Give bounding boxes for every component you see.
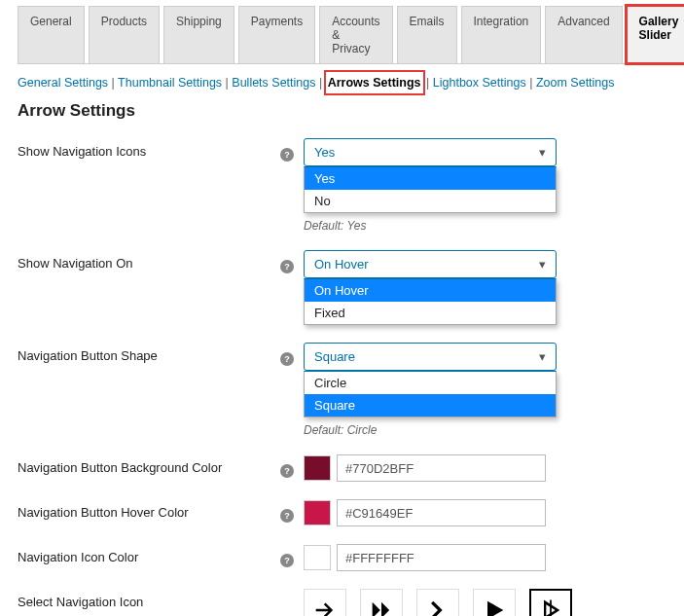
- chevron-right-icon: [424, 597, 451, 616]
- chevron-down-icon: ▾: [539, 145, 546, 160]
- outline-triangle-right-icon: [537, 597, 564, 616]
- tab-gallery-slider[interactable]: Gallery Slider: [627, 6, 684, 63]
- default-note: Default: Yes: [304, 219, 666, 233]
- tab-integration[interactable]: Integration: [461, 6, 542, 63]
- row-navigation-button-shape: Navigation Button Shape ? Square ▾ Circl…: [18, 343, 666, 437]
- icon-option-arrow-simple[interactable]: [304, 589, 346, 616]
- tab-shipping[interactable]: Shipping: [163, 6, 234, 63]
- chevron-down-icon: ▾: [539, 257, 546, 272]
- row-navigation-button-hover-color: Navigation Button Hover Color ?: [18, 499, 666, 526]
- row-select-navigation-icon: Select Navigation Icon: [18, 589, 666, 616]
- dropdown-show-navigation-on: On Hover Fixed: [304, 278, 557, 325]
- help-icon[interactable]: ?: [280, 148, 294, 162]
- row-show-navigation-icons: Show Navigation Icons ? Yes ▾ Yes No Def…: [18, 138, 666, 233]
- help-icon[interactable]: ?: [280, 554, 294, 567]
- sublink-thumbnail-settings[interactable]: Thumbnail Settings: [118, 76, 222, 90]
- tab-accounts-privacy[interactable]: Accounts & Privacy: [319, 6, 392, 63]
- icon-option-arrow-double[interactable]: [360, 589, 403, 616]
- sublink-separator: |: [529, 76, 536, 90]
- input-navigation-icon-color[interactable]: [337, 544, 546, 571]
- section-title: Arrow Settings: [18, 101, 666, 121]
- tab-payments[interactable]: Payments: [238, 6, 315, 63]
- select-show-navigation-icons[interactable]: Yes ▾: [304, 138, 557, 166]
- select-navigation-button-shape[interactable]: Square ▾: [304, 343, 557, 371]
- default-note: Default: Circle: [304, 423, 666, 437]
- sublink-lightbox-settings[interactable]: Lightbox Settings: [433, 76, 526, 90]
- double-chevron-right-icon: [368, 597, 395, 616]
- help-icon[interactable]: ?: [280, 464, 294, 478]
- sublink-bullets-settings[interactable]: Bullets Settings: [232, 76, 315, 90]
- label-show-navigation-icons: Show Navigation Icons: [18, 138, 280, 159]
- sublink-separator: |: [426, 76, 433, 90]
- play-triangle-icon: [481, 597, 508, 616]
- label-navigation-button-hover-color: Navigation Button Hover Color: [18, 499, 280, 520]
- icon-option-arrow-play[interactable]: [473, 589, 516, 616]
- input-navigation-button-bg-color[interactable]: [337, 454, 546, 482]
- color-swatch-bg[interactable]: [304, 455, 331, 481]
- label-select-navigation-icon: Select Navigation Icon: [18, 589, 280, 609]
- navigation-icon-picker: [304, 589, 666, 616]
- help-icon[interactable]: ?: [280, 509, 294, 523]
- sublink-general-settings[interactable]: General Settings: [18, 76, 108, 90]
- select-value: On Hover: [314, 257, 369, 272]
- icon-option-arrow-chevron[interactable]: [416, 589, 459, 616]
- main-tabs: General Products Shipping Payments Accou…: [18, 6, 666, 64]
- label-navigation-button-bg-color: Navigation Button Background Color: [18, 454, 280, 475]
- chevron-down-icon: ▾: [539, 349, 546, 364]
- option-square[interactable]: Square: [305, 394, 556, 417]
- option-no[interactable]: No: [305, 190, 556, 212]
- dropdown-show-navigation-icons: Yes No: [304, 166, 557, 213]
- tab-products[interactable]: Products: [89, 6, 160, 63]
- select-show-navigation-on[interactable]: On Hover ▾: [304, 250, 557, 278]
- tab-advanced[interactable]: Advanced: [545, 6, 622, 63]
- option-circle[interactable]: Circle: [305, 372, 556, 394]
- sub-tab-links: General Settings | Thumbnail Settings | …: [18, 76, 666, 90]
- sublink-zoom-settings[interactable]: Zoom Settings: [536, 76, 615, 90]
- label-navigation-button-shape: Navigation Button Shape: [18, 343, 280, 363]
- option-fixed[interactable]: Fixed: [305, 302, 556, 324]
- dropdown-navigation-button-shape: Circle Square: [304, 371, 557, 417]
- color-swatch-hover[interactable]: [304, 500, 331, 525]
- tab-emails[interactable]: Emails: [397, 6, 457, 63]
- sublink-separator: |: [319, 76, 326, 90]
- select-value: Yes: [314, 145, 335, 160]
- row-navigation-button-bg-color: Navigation Button Background Color ?: [18, 454, 666, 482]
- sublink-arrows-settings[interactable]: Arrows Settings: [326, 72, 423, 93]
- input-navigation-button-hover-color[interactable]: [337, 499, 546, 526]
- arrow-right-icon: [311, 597, 339, 616]
- label-navigation-icon-color: Navigation Icon Color: [18, 544, 280, 564]
- help-icon[interactable]: ?: [280, 260, 294, 273]
- icon-option-arrow-tri-outline[interactable]: [529, 589, 572, 616]
- select-value: Square: [314, 349, 355, 364]
- color-swatch-icon[interactable]: [304, 545, 331, 570]
- option-on-hover[interactable]: On Hover: [305, 279, 556, 302]
- help-icon[interactable]: ?: [280, 352, 294, 366]
- label-show-navigation-on: Show Navigation On: [18, 250, 280, 271]
- tab-general[interactable]: General: [18, 6, 85, 63]
- row-navigation-icon-color: Navigation Icon Color ?: [18, 544, 666, 571]
- option-yes[interactable]: Yes: [305, 167, 556, 190]
- row-show-navigation-on: Show Navigation On ? On Hover ▾ On Hover…: [18, 250, 666, 325]
